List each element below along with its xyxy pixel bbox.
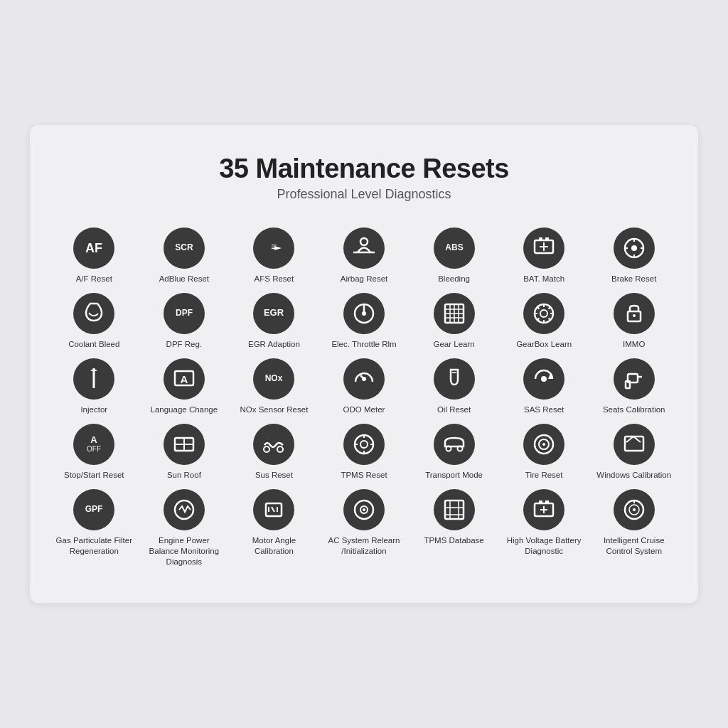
svg-rect-8 bbox=[539, 237, 542, 241]
svg-point-27 bbox=[540, 310, 547, 317]
item-coolant-bleed: Coolant Bleed bbox=[51, 293, 137, 350]
icon-injector bbox=[73, 358, 114, 400]
item-high-voltage-battery: High Voltage Battery Diagnostic bbox=[501, 489, 587, 567]
icon-elec-throttle bbox=[343, 293, 385, 334]
svg-point-49 bbox=[360, 441, 368, 448]
svg-text:OFF: OFF bbox=[87, 445, 101, 453]
icon-gas-particulate: GPF bbox=[73, 489, 114, 530]
label-odo-meter: ODO Meter bbox=[343, 405, 385, 415]
svg-rect-71 bbox=[539, 500, 542, 504]
item-immo: IMMO bbox=[591, 293, 677, 350]
svg-point-54 bbox=[542, 443, 545, 446]
label-transport-mode: Transport Mode bbox=[425, 470, 483, 481]
svg-rect-65 bbox=[445, 500, 464, 519]
item-gas-particulate: GPFGas Particulate Filter Regeneration bbox=[51, 489, 137, 567]
label-high-voltage-battery: High Voltage Battery Diagnostic bbox=[505, 535, 583, 557]
item-gearbox-learn: GearBox Learn bbox=[501, 293, 587, 350]
header: 35 Maintenance Resets Professional Level… bbox=[51, 154, 677, 202]
icon-af-reset: AF bbox=[73, 228, 114, 269]
item-nox-sensor: NOxNOx Sensor Reset bbox=[231, 358, 317, 415]
item-airbag-reset: Airbag Reset bbox=[321, 228, 407, 284]
label-adblue-reset: AdBlue Reset bbox=[159, 274, 209, 284]
item-ac-system: AC System Relearn /Initialization bbox=[321, 489, 407, 567]
label-oil-reset: Oil Reset bbox=[437, 405, 471, 415]
item-elec-throttle: Elec. Throttle Rlm bbox=[321, 293, 407, 350]
icon-nox-sensor: NOx bbox=[253, 358, 294, 400]
icon-egr-adaption: EGR bbox=[253, 293, 294, 334]
label-elec-throttle: Elec. Throttle Rlm bbox=[331, 339, 396, 350]
svg-text:SCR: SCR bbox=[175, 243, 193, 253]
icon-bleeding: ABS bbox=[434, 228, 475, 269]
svg-text:AF: AF bbox=[85, 241, 102, 255]
item-language-change: ALanguage Change bbox=[141, 358, 228, 415]
label-tpms-reset: TPMS Reset bbox=[341, 470, 387, 481]
icon-intelligent-cruise bbox=[614, 489, 655, 530]
icon-gearbox-learn bbox=[523, 293, 564, 334]
svg-text:EGR: EGR bbox=[264, 308, 284, 318]
svg-point-35 bbox=[362, 377, 366, 381]
svg-rect-72 bbox=[545, 500, 549, 504]
icon-ac-system bbox=[343, 489, 385, 530]
label-gear-learn: Gear Learn bbox=[433, 339, 474, 350]
item-transport-mode: Transport Mode bbox=[411, 424, 497, 481]
item-gear-learn: Gear Learn bbox=[411, 293, 497, 350]
page-title: 35 Maintenance Resets bbox=[51, 154, 677, 184]
label-engine-power-balance: Engine Power Balance Monitoring Diagnosi… bbox=[145, 535, 223, 567]
svg-text:ABS: ABS bbox=[445, 243, 463, 253]
svg-text:A: A bbox=[180, 373, 188, 385]
item-stop-start-reset: AOFFStop/Start Reset bbox=[51, 424, 137, 481]
label-airbag-reset: Airbag Reset bbox=[341, 274, 387, 284]
label-gearbox-learn: GearBox Learn bbox=[516, 339, 572, 350]
label-nox-sensor: NOx Sensor Reset bbox=[240, 405, 308, 415]
page-subtitle: Professional Level Diagnostics bbox=[51, 187, 677, 202]
svg-text:A: A bbox=[91, 434, 98, 445]
label-dpf-reg: DPF Reg. bbox=[166, 339, 203, 350]
item-af-reset: AFA/F Reset bbox=[51, 228, 137, 284]
icon-stop-start-reset: AOFF bbox=[73, 424, 114, 465]
item-bat-match: BAT. Match bbox=[501, 228, 587, 284]
label-sas-reset: SAS Reset bbox=[524, 405, 564, 415]
icon-brake-reset bbox=[614, 228, 655, 269]
item-sus-reset: Sus Reset bbox=[231, 424, 317, 481]
svg-point-47 bbox=[277, 446, 283, 452]
icon-motor-angle bbox=[253, 489, 294, 530]
svg-point-18 bbox=[362, 311, 366, 316]
label-stop-start-reset: Stop/Start Reset bbox=[64, 470, 124, 481]
icon-immo bbox=[614, 293, 655, 334]
label-sun-roof: Sun Roof bbox=[167, 470, 201, 481]
label-tire-reset: Tire Reset bbox=[525, 470, 563, 481]
svg-text:NOx: NOx bbox=[265, 374, 283, 384]
item-dpf-reg: DPFDPF Reg. bbox=[141, 293, 228, 350]
icon-gear-learn bbox=[434, 293, 475, 334]
item-oil-reset: Oil Reset bbox=[411, 358, 497, 415]
label-seats-calibration: Seats Calibration bbox=[603, 405, 665, 415]
icon-afs-reset: ≡ bbox=[253, 228, 294, 269]
icon-bat-match bbox=[523, 228, 564, 269]
icon-dpf-reg: DPF bbox=[164, 293, 205, 334]
item-seats-calibration: Seats Calibration bbox=[591, 358, 677, 415]
item-engine-power-balance: Engine Power Balance Monitoring Diagnosi… bbox=[141, 489, 228, 567]
item-sun-roof: Sun Roof bbox=[141, 424, 228, 481]
label-bat-match: BAT. Match bbox=[523, 274, 564, 284]
icon-grid: AFA/F ResetSCRAdBlue Reset≡AFS ResetAirb… bbox=[51, 228, 677, 567]
main-card: 35 Maintenance Resets Professional Level… bbox=[30, 125, 698, 603]
item-afs-reset: ≡AFS Reset bbox=[231, 228, 317, 284]
label-gas-particulate: Gas Particulate Filter Regeneration bbox=[55, 535, 133, 557]
svg-point-77 bbox=[633, 508, 636, 511]
item-motor-angle: Motor Angle Calibration bbox=[231, 489, 317, 567]
svg-point-13 bbox=[631, 245, 637, 251]
icon-tire-reset bbox=[523, 424, 564, 465]
icon-airbag-reset bbox=[343, 228, 385, 269]
icon-engine-power-balance bbox=[164, 489, 205, 530]
icon-language-change: A bbox=[164, 358, 205, 400]
icon-sas-reset bbox=[523, 358, 564, 400]
svg-text:GPF: GPF bbox=[85, 504, 103, 514]
item-tpms-reset: TPMS Reset bbox=[321, 424, 407, 481]
item-bleeding: ABSBleeding bbox=[411, 228, 497, 284]
svg-marker-3 bbox=[274, 246, 282, 250]
label-language-change: Language Change bbox=[151, 405, 218, 415]
svg-point-29 bbox=[633, 314, 636, 317]
svg-line-60 bbox=[272, 507, 274, 512]
label-afs-reset: AFS Reset bbox=[255, 274, 294, 284]
label-motor-angle: Motor Angle Calibration bbox=[235, 535, 313, 557]
